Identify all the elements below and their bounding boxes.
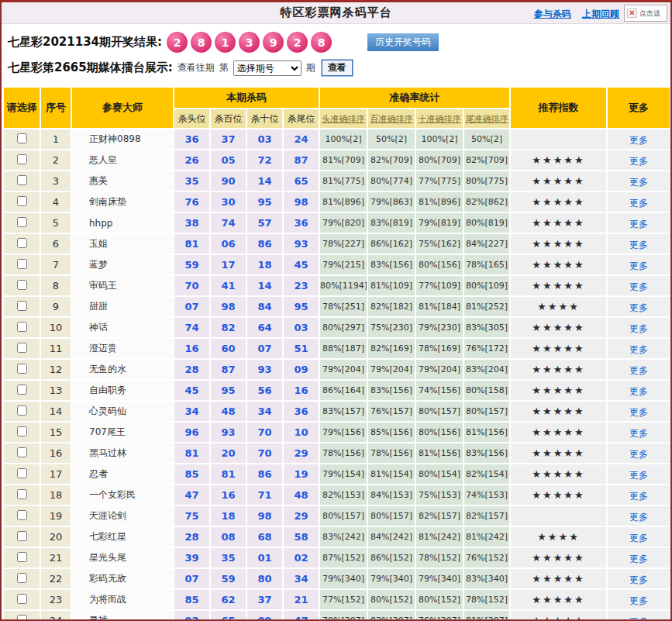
row-checkbox[interactable] (17, 175, 27, 185)
row-checkbox[interactable] (17, 615, 27, 621)
more-link[interactable]: 更多 (629, 240, 648, 250)
row-checkbox[interactable] (17, 594, 27, 604)
more-link[interactable]: 更多 (629, 177, 648, 188)
row-checkbox[interactable] (17, 510, 27, 520)
broken-image-placeholder[interactable]: ✕ 点击这 (624, 5, 667, 22)
head-accuracy: 80%[297] (320, 318, 367, 337)
tail-accuracy: 82%[154] (464, 464, 509, 484)
kill-head-value: 16 (174, 339, 209, 358)
sort-hundred-accuracy-link[interactable]: 百准确排序 (370, 114, 413, 124)
row-checkbox[interactable] (17, 468, 27, 478)
more-link[interactable]: 更多 (629, 281, 648, 292)
row-checkbox[interactable] (17, 280, 27, 290)
row-checkbox[interactable] (17, 259, 27, 269)
ten-accuracy: 75%[162] (416, 234, 463, 254)
row-checkbox[interactable] (17, 364, 27, 374)
header-kill-hundred: 杀百位 (211, 109, 246, 128)
kill-tail-value: 16 (284, 381, 319, 400)
issue-select[interactable]: 选择期号 (233, 60, 302, 76)
more-link[interactable]: 更多 (629, 302, 648, 313)
kill-hundred-value: 59 (211, 569, 246, 588)
row-checkbox[interactable] (17, 343, 27, 353)
more-link[interactable]: 更多 (629, 135, 648, 146)
tail-accuracy: 74%[153] (464, 485, 509, 505)
more-link[interactable]: 更多 (629, 512, 648, 523)
table-row: 22 彩码无敌 07 59 80 34 79%[340] 79%[340] 79… (4, 569, 670, 588)
row-checkbox[interactable] (17, 573, 27, 583)
kill-ten-value: 95 (247, 192, 282, 212)
kill-hundred-value: 16 (211, 485, 246, 505)
row-checkbox[interactable] (17, 405, 27, 416)
kill-tail-value: 23 (284, 276, 319, 295)
star-rating: ★★★★★ (511, 234, 606, 254)
tail-accuracy: 50%[2] (464, 129, 509, 149)
kill-tail-value: 21 (284, 590, 319, 609)
view-button[interactable]: 查看 (322, 60, 353, 76)
more-link[interactable]: 更多 (629, 344, 648, 355)
kill-ten-value: 37 (247, 590, 282, 609)
more-link[interactable]: 更多 (629, 574, 648, 585)
head-accuracy: 79%[307] (320, 611, 367, 621)
row-checkbox[interactable] (17, 552, 27, 562)
more-link[interactable]: 更多 (629, 156, 648, 167)
more-link[interactable]: 更多 (629, 260, 648, 271)
row-checkbox[interactable] (17, 301, 27, 311)
kill-head-value: 59 (174, 255, 209, 274)
row-checkbox[interactable] (17, 196, 27, 206)
kill-ten-value: 09 (247, 611, 282, 621)
sort-ten-accuracy-link[interactable]: 十准确排序 (419, 114, 461, 124)
kill-hundred-value: 48 (211, 402, 246, 421)
more-link[interactable]: 更多 (629, 407, 648, 418)
hundred-accuracy: 85%[156] (368, 423, 415, 442)
row-checkbox[interactable] (17, 489, 27, 499)
kill-head-value: 85 (174, 464, 209, 484)
more-link[interactable]: 更多 (629, 533, 648, 543)
more-link[interactable]: 更多 (629, 595, 648, 606)
tail-accuracy: 80%[158] (464, 381, 509, 400)
more-link[interactable]: 更多 (629, 323, 648, 334)
kill-tail-value: 95 (284, 297, 319, 316)
star-rating: ★★★★★ (511, 276, 606, 295)
table-row: 15 707尾王 96 93 70 10 79%[156] 85%[156] 8… (4, 423, 670, 442)
more-link[interactable]: 更多 (629, 491, 648, 502)
kill-tail-value: 10 (284, 423, 319, 442)
more-link[interactable]: 更多 (629, 616, 648, 621)
sort-tail-accuracy-link[interactable]: 尾准确排序 (466, 114, 508, 124)
tail-accuracy: 83%[204] (464, 360, 509, 379)
more-link[interactable]: 更多 (629, 554, 648, 564)
more-link[interactable]: 更多 (629, 386, 648, 397)
hundred-accuracy: 83%[156] (368, 255, 415, 274)
row-index: 2 (41, 150, 71, 170)
history-numbers-button[interactable]: 历史开奖号码 (367, 33, 439, 51)
row-checkbox[interactable] (17, 531, 27, 541)
head-accuracy: 79%[340] (320, 569, 367, 588)
row-checkbox[interactable] (17, 426, 27, 436)
join-kill-link[interactable]: 参与杀码 (534, 9, 571, 19)
more-link[interactable]: 更多 (629, 198, 648, 209)
head-accuracy: 87%[152] (320, 548, 367, 568)
hundred-accuracy: 80%[774] (368, 171, 415, 191)
table-row: 24 寻找 93 65 09 47 79%[307] 83%[307] 76%[… (4, 611, 670, 621)
row-checkbox[interactable] (17, 154, 27, 164)
previous-issue-link[interactable]: 上期回顾 (582, 9, 619, 19)
row-checkbox[interactable] (17, 447, 27, 457)
more-link[interactable]: 更多 (629, 428, 648, 439)
kill-tail-value: 51 (284, 339, 319, 358)
row-checkbox[interactable] (17, 385, 27, 395)
row-index: 8 (41, 276, 71, 295)
row-checkbox[interactable] (17, 322, 27, 332)
kill-ten-value: 34 (247, 402, 282, 421)
row-checkbox[interactable] (17, 217, 27, 227)
more-link[interactable]: 更多 (629, 365, 648, 376)
more-link[interactable]: 更多 (629, 449, 648, 460)
hundred-accuracy: 86%[152] (368, 548, 415, 568)
row-index: 3 (41, 171, 71, 191)
sort-head-accuracy-link[interactable]: 头准确排序 (322, 114, 365, 124)
ten-accuracy: 79%[204] (416, 360, 463, 379)
row-checkbox[interactable] (17, 133, 27, 143)
row-checkbox[interactable] (17, 238, 27, 248)
more-link[interactable]: 更多 (629, 219, 648, 229)
more-link[interactable]: 更多 (629, 470, 648, 481)
tail-accuracy: 78%[152] (464, 590, 509, 609)
kill-hundred-value: 81 (211, 464, 246, 484)
